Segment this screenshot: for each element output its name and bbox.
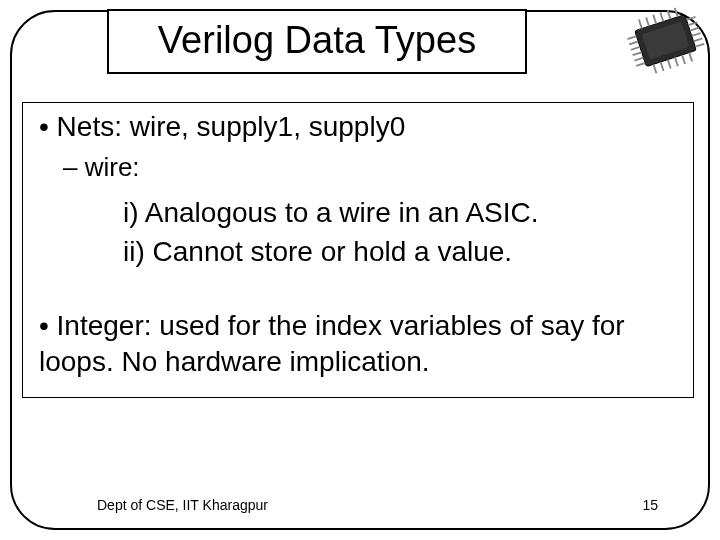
svg-line-8	[687, 17, 696, 20]
bullet-integer: Integer: used for the index variables of…	[31, 308, 685, 381]
svg-line-6	[634, 58, 643, 61]
svg-line-11	[692, 33, 701, 36]
svg-line-10	[690, 28, 699, 31]
spacer	[31, 272, 685, 308]
footer-dept: Dept of CSE, IIT Kharagpur	[97, 497, 268, 513]
svg-line-4	[631, 47, 640, 50]
svg-line-24	[682, 55, 685, 64]
bullet-wire-ii: ii) Cannot store or hold a value.	[31, 234, 685, 270]
page-number: 15	[642, 497, 658, 513]
svg-line-14	[639, 19, 642, 28]
svg-line-7	[636, 63, 645, 66]
svg-line-16	[653, 15, 656, 24]
svg-line-13	[695, 44, 704, 47]
svg-line-21	[661, 62, 664, 71]
content-box: Nets: wire, supply1, supply0 wire: i) An…	[22, 102, 694, 398]
svg-line-18	[668, 10, 671, 19]
bullet-nets: Nets: wire, supply1, supply0	[31, 109, 685, 145]
slide-frame: Verilog Data Types	[10, 10, 710, 530]
svg-line-5	[633, 52, 642, 55]
title-box: Verilog Data Types	[107, 9, 527, 74]
svg-line-23	[675, 57, 678, 66]
svg-line-17	[660, 13, 663, 22]
svg-line-20	[653, 64, 656, 73]
slide-title: Verilog Data Types	[158, 19, 476, 61]
bullet-wire: wire:	[31, 151, 685, 185]
svg-line-9	[688, 22, 697, 25]
svg-line-2	[627, 36, 636, 39]
svg-line-22	[668, 60, 671, 69]
svg-line-12	[694, 38, 703, 41]
svg-line-3	[629, 42, 638, 45]
svg-line-19	[675, 8, 678, 17]
svg-line-15	[646, 17, 649, 26]
chip-icon	[621, 4, 716, 84]
svg-line-25	[689, 53, 692, 62]
bullet-wire-i: i) Analogous to a wire in an ASIC.	[31, 195, 685, 231]
